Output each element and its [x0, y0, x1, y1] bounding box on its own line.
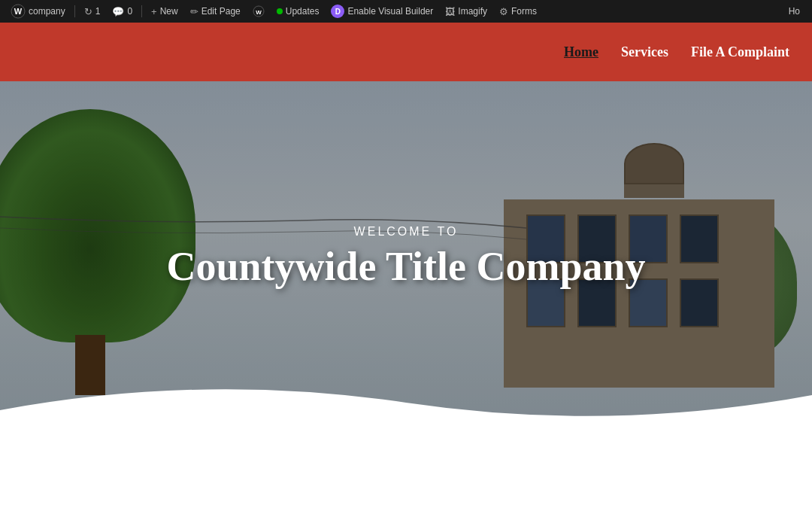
admin-wordpress-icon[interactable]: W	[248, 4, 269, 19]
nav-bar: Home Services File A Complaint	[0, 23, 812, 81]
hero-text-block: Welcome To Countywide Title Company	[166, 225, 645, 289]
admin-forms[interactable]: ⚙ Forms	[495, 5, 541, 19]
separator	[74, 5, 75, 17]
admin-comments[interactable]: 💬 0	[108, 5, 137, 19]
admin-updates[interactable]: ↻ 1	[80, 5, 105, 19]
below-hero-section	[0, 433, 812, 508]
admin-imagify[interactable]: 🖼 Imagify	[441, 5, 492, 19]
imagify-icon: 🖼	[445, 6, 455, 17]
wp-badge-icon: W	[253, 5, 265, 17]
nav-item-services[interactable]: Services	[621, 44, 668, 60]
comment-icon: 💬	[112, 6, 124, 17]
admin-new[interactable]: + New	[147, 5, 183, 19]
admin-bar: W company ↻ 1 💬 0 + New ✏ Edit Page W Up…	[0, 0, 812, 23]
hero-section: Welcome To Countywide Title Company	[0, 81, 812, 433]
plus-icon: +	[151, 6, 157, 17]
svg-text:W: W	[256, 9, 262, 16]
admin-site-name[interactable]: W company	[6, 2, 70, 20]
nav-item-file-complaint[interactable]: File A Complaint	[691, 44, 789, 60]
nav-item-home[interactable]: Home	[564, 44, 598, 60]
admin-updates-item[interactable]: Updates	[272, 5, 324, 18]
divi-d-icon: D	[331, 5, 344, 18]
svg-text:W: W	[14, 7, 23, 16]
separator	[141, 5, 142, 17]
hero-subtitle: Welcome To	[166, 225, 645, 239]
sync-icon: ↻	[84, 6, 92, 17]
admin-edit-page[interactable]: ✏ Edit Page	[186, 5, 245, 19]
hero-title: Countywide Title Company	[166, 245, 645, 289]
pencil-icon: ✏	[190, 6, 198, 17]
green-dot-icon	[277, 8, 283, 14]
hero-wave	[0, 373, 812, 433]
wordpress-logo-icon: W	[11, 4, 26, 19]
forms-icon: ⚙	[499, 6, 508, 17]
admin-home-link[interactable]: Ho	[783, 5, 806, 18]
admin-divi-builder[interactable]: D Enable Visual Builder	[326, 3, 438, 20]
